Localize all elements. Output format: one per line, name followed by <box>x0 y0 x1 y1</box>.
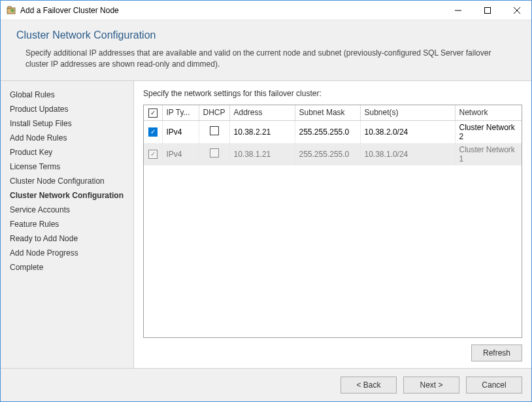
sidebar-item-ready-to-add-node[interactable]: Ready to Add Node <box>10 231 128 246</box>
col-subnet-mask[interactable]: Subnet Mask <box>295 105 360 121</box>
back-button[interactable]: < Back <box>341 377 397 394</box>
sidebar-item-install-setup-files[interactable]: Install Setup Files <box>10 116 128 131</box>
network-table-wrapper: ✓ IP Ty... DHCP Address Subnet Mask Subn… <box>143 105 522 338</box>
cell-subnets: 10.38.2.0/24 <box>360 120 455 143</box>
sidebar-item-product-updates[interactable]: Product Updates <box>10 102 128 116</box>
sidebar-item-license-terms[interactable]: License Terms <box>10 159 128 174</box>
cell-ip-type: IPv4 <box>162 120 199 143</box>
wizard-sidebar: Global RulesProduct UpdatesInstall Setup… <box>1 81 134 368</box>
svg-rect-3 <box>484 7 490 13</box>
dhcp-checkbox[interactable] <box>210 126 219 135</box>
dhcp-checkbox <box>210 148 219 158</box>
content-area: Global RulesProduct UpdatesInstall Setup… <box>1 81 531 368</box>
sidebar-item-add-node-progress[interactable]: Add Node Progress <box>10 246 128 260</box>
check-all-checkbox[interactable]: ✓ <box>148 109 158 118</box>
instruction-text: Specify the network settings for this fa… <box>143 89 522 98</box>
table-row: ✓IPv410.38.1.21255.255.255.010.38.1.0/24… <box>144 143 522 165</box>
cell-ip-type: IPv4 <box>162 143 199 165</box>
col-dhcp[interactable]: DHCP <box>199 105 229 121</box>
svg-rect-1 <box>8 7 11 8</box>
col-network[interactable]: Network <box>455 105 522 121</box>
network-table: ✓ IP Ty... DHCP Address Subnet Mask Subn… <box>144 105 522 165</box>
cell-subnets: 10.38.1.0/24 <box>360 143 455 165</box>
cell-subnet-mask: 255.255.255.0 <box>295 120 360 143</box>
window-controls <box>443 1 531 20</box>
refresh-button[interactable]: Refresh <box>471 344 522 361</box>
cell-address: 10.38.2.21 <box>229 120 295 143</box>
cell-subnet-mask: 255.255.255.0 <box>295 143 360 165</box>
sidebar-item-cluster-node-configuration[interactable]: Cluster Node Configuration <box>10 174 128 188</box>
titlebar: Add a Failover Cluster Node <box>1 1 531 20</box>
maximize-button[interactable] <box>473 1 502 20</box>
sidebar-item-global-rules[interactable]: Global Rules <box>10 88 128 102</box>
sidebar-item-complete[interactable]: Complete <box>10 260 128 275</box>
sidebar-item-service-accounts[interactable]: Service Accounts <box>10 203 128 217</box>
table-row[interactable]: ✓IPv410.38.2.21255.255.255.010.38.2.0/24… <box>144 120 522 143</box>
row-checkbox[interactable]: ✓ <box>148 127 158 137</box>
sidebar-item-cluster-network-configuration[interactable]: Cluster Network Configuration <box>10 188 128 203</box>
col-ip-type[interactable]: IP Ty... <box>162 105 199 121</box>
page-title: Cluster Network Configuration <box>16 29 516 41</box>
app-icon <box>6 5 16 16</box>
next-button[interactable]: Next > <box>403 377 459 394</box>
main-pane: Specify the network settings for this fa… <box>134 81 531 368</box>
cell-network: Cluster Network 2 <box>455 120 522 143</box>
sidebar-item-feature-rules[interactable]: Feature Rules <box>10 217 128 231</box>
page-description: Specify additional IP addresses that are… <box>16 48 516 70</box>
cell-address: 10.38.1.21 <box>229 143 295 165</box>
bottom-bar: < Back Next > Cancel <box>1 368 531 401</box>
window-title: Add a Failover Cluster Node <box>20 6 443 15</box>
cancel-button[interactable]: Cancel <box>466 377 522 394</box>
sidebar-item-add-node-rules[interactable]: Add Node Rules <box>10 131 128 145</box>
close-button[interactable] <box>502 1 531 20</box>
col-address[interactable]: Address <box>229 105 295 121</box>
cell-network: Cluster Network 1 <box>455 143 522 165</box>
col-check[interactable]: ✓ <box>144 105 162 121</box>
row-checkbox: ✓ <box>148 150 158 159</box>
minimize-button[interactable] <box>443 1 473 20</box>
page-header: Cluster Network Configuration Specify ad… <box>1 20 531 81</box>
col-subnets[interactable]: Subnet(s) <box>360 105 455 121</box>
sidebar-item-product-key[interactable]: Product Key <box>10 145 128 159</box>
refresh-row: Refresh <box>143 344 522 361</box>
